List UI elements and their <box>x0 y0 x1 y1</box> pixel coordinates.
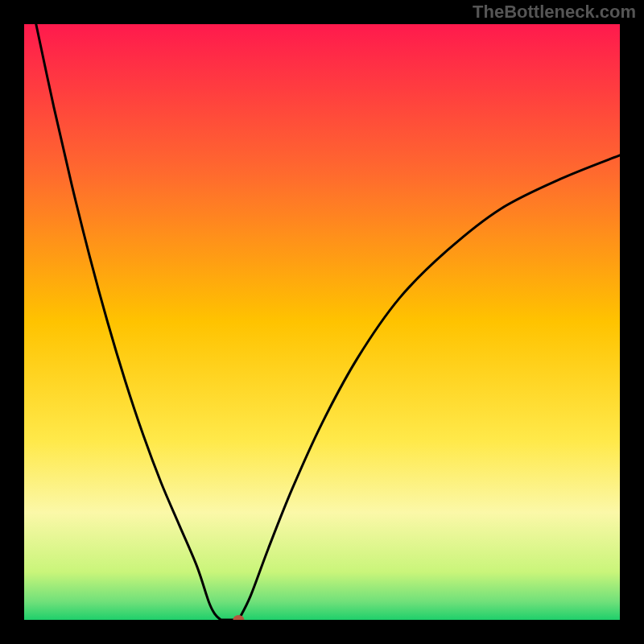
chart-background <box>24 24 620 620</box>
chart-frame: TheBottleneck.com <box>0 0 644 644</box>
chart-svg <box>24 24 620 620</box>
chart-plot-area <box>24 24 620 620</box>
watermark-text: TheBottleneck.com <box>473 2 636 23</box>
